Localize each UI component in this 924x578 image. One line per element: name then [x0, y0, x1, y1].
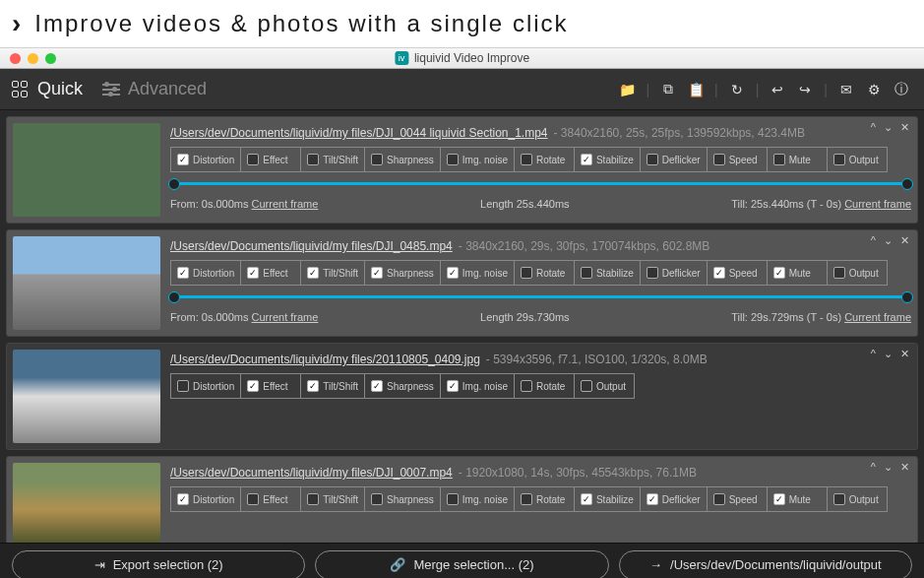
effect-output[interactable]: Output	[827, 147, 888, 172]
checkbox[interactable]	[647, 267, 658, 279]
effect-mute[interactable]: Mute	[767, 147, 828, 172]
minimize-window-icon[interactable]	[28, 53, 38, 64]
redo-icon[interactable]: ↪	[794, 79, 816, 100]
traffic-lights[interactable]	[10, 53, 56, 64]
mode-quick[interactable]: Quick	[12, 79, 83, 99]
effect-stabilize[interactable]: ✓Stabilize	[574, 486, 641, 512]
checkbox[interactable]: ✓	[447, 267, 459, 279]
till-link[interactable]: Current frame	[844, 198, 911, 210]
effect-distortion[interactable]: ✓Distortion	[170, 260, 241, 286]
checkbox[interactable]	[713, 154, 725, 165]
from-link[interactable]: Current frame	[252, 198, 319, 210]
collapse-icon[interactable]: ^	[871, 348, 876, 360]
checkbox[interactable]	[521, 380, 532, 392]
effect-speed[interactable]: ✓Speed	[707, 260, 768, 286]
effect-deflicker[interactable]: ✓Deflicker	[640, 486, 708, 512]
open-folder-icon[interactable]: 📁	[616, 79, 638, 100]
effect-rotate[interactable]: Rotate	[514, 486, 575, 512]
effect-rotate[interactable]: Rotate	[514, 147, 575, 172]
checkbox[interactable]: ✓	[177, 267, 189, 279]
mail-icon[interactable]: ✉	[835, 79, 857, 100]
effect-tiltshift[interactable]: Tilt/Shift	[300, 147, 365, 172]
checkbox[interactable]	[247, 493, 259, 505]
media-row[interactable]: ^⌄✕/Users/dev/Documents/liquivid/my file…	[6, 229, 918, 337]
thumbnail[interactable]	[13, 123, 160, 217]
effect-sharpness[interactable]: Sharpness	[364, 147, 441, 172]
checkbox[interactable]	[307, 493, 319, 505]
checkbox[interactable]	[307, 154, 319, 165]
effect-mute[interactable]: ✓Mute	[767, 260, 828, 286]
mode-advanced[interactable]: Advanced	[102, 79, 207, 99]
thumbnail[interactable]	[13, 350, 160, 443]
output-path-button[interactable]: → /Users/dev/Documents/liquivid/output	[619, 550, 912, 579]
collapse-icon[interactable]: ^	[871, 234, 876, 247]
collapse-icon[interactable]: ^	[871, 121, 876, 134]
checkbox[interactable]: ✓	[177, 493, 189, 505]
checkbox[interactable]: ✓	[581, 493, 592, 505]
expand-icon[interactable]: ⌄	[884, 234, 893, 247]
effect-rotate[interactable]: Rotate	[514, 373, 575, 399]
collapse-icon[interactable]: ^	[871, 461, 876, 474]
effect-effect[interactable]: Effect	[240, 147, 301, 172]
checkbox[interactable]: ✓	[447, 380, 459, 392]
checkbox[interactable]	[177, 380, 189, 392]
media-row[interactable]: ^⌄✕/Users/dev/Documents/liquivid/my file…	[6, 343, 918, 450]
media-row[interactable]: ^⌄✕/Users/dev/Documents/liquivid/my file…	[6, 116, 918, 224]
effect-imgnoise[interactable]: ✓Img. noise	[440, 260, 515, 286]
checkbox[interactable]	[773, 154, 785, 165]
effect-imgnoise[interactable]: Img. noise	[440, 147, 515, 172]
checkbox[interactable]	[447, 493, 459, 505]
checkbox[interactable]: ✓	[581, 154, 592, 165]
effect-stabilize[interactable]: Stabilize	[574, 260, 641, 286]
checkbox[interactable]: ✓	[177, 154, 189, 165]
refresh-icon[interactable]: ↻	[726, 79, 748, 100]
effect-tiltshift[interactable]: Tilt/Shift	[300, 486, 365, 512]
effect-output[interactable]: Output	[574, 373, 635, 399]
effect-speed[interactable]: Speed	[707, 486, 768, 512]
info-icon[interactable]: ⓘ	[891, 79, 912, 100]
checkbox[interactable]	[371, 154, 383, 165]
close-icon[interactable]: ✕	[900, 234, 909, 247]
from-link[interactable]: Current frame	[252, 311, 319, 323]
effect-sharpness[interactable]: ✓Sharpness	[364, 373, 441, 399]
checkbox[interactable]	[521, 493, 532, 505]
gear-icon[interactable]: ⚙	[863, 79, 885, 100]
effect-sharpness[interactable]: ✓Sharpness	[364, 260, 441, 286]
thumbnail[interactable]	[13, 236, 160, 330]
effect-effect[interactable]: ✓Effect	[240, 260, 301, 286]
till-link[interactable]: Current frame	[844, 311, 911, 323]
checkbox[interactable]: ✓	[307, 380, 319, 392]
checkbox[interactable]: ✓	[647, 493, 658, 505]
effect-rotate[interactable]: Rotate	[514, 260, 575, 286]
undo-icon[interactable]: ↩	[767, 79, 788, 100]
effect-output[interactable]: Output	[827, 486, 888, 512]
merge-selection-button[interactable]: 🔗 Merge selection... (2)	[315, 550, 608, 579]
checkbox[interactable]: ✓	[713, 267, 725, 279]
zoom-window-icon[interactable]	[45, 53, 56, 64]
thumbnail[interactable]	[13, 463, 160, 543]
effect-tiltshift[interactable]: ✓Tilt/Shift	[300, 260, 365, 286]
effect-output[interactable]: Output	[827, 260, 888, 286]
effect-imgnoise[interactable]: ✓Img. noise	[440, 373, 515, 399]
effect-imgnoise[interactable]: Img. noise	[440, 486, 515, 512]
media-row[interactable]: ^⌄✕/Users/dev/Documents/liquivid/my file…	[6, 456, 918, 543]
close-icon[interactable]: ✕	[900, 461, 909, 474]
effect-sharpness[interactable]: Sharpness	[364, 486, 441, 512]
checkbox[interactable]	[713, 493, 725, 505]
checkbox[interactable]: ✓	[773, 493, 785, 505]
effect-deflicker[interactable]: Deflicker	[640, 260, 708, 286]
effect-tiltshift[interactable]: ✓Tilt/Shift	[300, 373, 365, 399]
effect-effect[interactable]: Effect	[240, 486, 301, 512]
checkbox[interactable]	[521, 154, 532, 165]
checkbox[interactable]: ✓	[371, 267, 383, 279]
checkbox[interactable]: ✓	[247, 267, 259, 279]
checkbox[interactable]	[447, 154, 459, 165]
checkbox[interactable]	[581, 267, 592, 279]
checkbox[interactable]	[371, 493, 383, 505]
effect-distortion[interactable]: ✓Distortion	[170, 486, 241, 512]
effect-deflicker[interactable]: Deflicker	[640, 147, 708, 172]
effect-effect[interactable]: ✓Effect	[240, 373, 301, 399]
close-icon[interactable]: ✕	[900, 348, 909, 360]
checkbox[interactable]	[833, 154, 845, 165]
checkbox[interactable]	[247, 154, 259, 165]
